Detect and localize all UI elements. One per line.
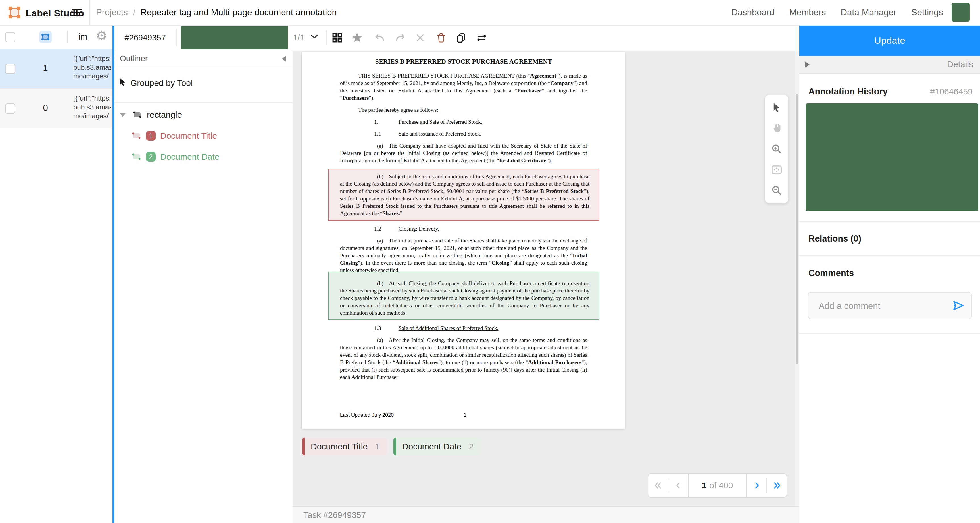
- chevron-down-icon[interactable]: [311, 34, 318, 40]
- grid-view-button[interactable]: [330, 31, 344, 45]
- task-id-tab[interactable]: #26949357: [114, 25, 176, 50]
- annotations-column-icon[interactable]: [39, 31, 52, 43]
- nav-data-manager[interactable]: Data Manager: [841, 7, 896, 18]
- task-pagination: 1 of 400: [648, 473, 787, 498]
- top-nav: Dashboard Members Data Manager Settings: [732, 0, 943, 25]
- document-heading: 1.Purchase and Sale of Preferred Stock.: [340, 118, 587, 126]
- document-heading: 1.1Sale and Issuance of Preferred Stock.: [340, 130, 587, 137]
- top-bar: Label Studio Projects / Repeater tag and…: [0, 0, 980, 26]
- labels-bar: Document Title 1 Document Date 2: [302, 438, 481, 455]
- annotation-workspace: SERIES B PREFERRED STOCK PURCHASE AGREEM…: [293, 51, 795, 506]
- label-chip-text: Document Date: [402, 442, 461, 451]
- first-page-button[interactable]: [651, 477, 666, 494]
- comments-title: Comments: [808, 268, 854, 278]
- label-studio-logo-icon[interactable]: [8, 6, 21, 20]
- document-paragraph: THIS SERIES B PREFERRED STOCK PURCHASE A…: [340, 72, 587, 102]
- fit-to-screen-tool-icon[interactable]: [768, 162, 784, 178]
- region-rect-icon: [132, 153, 141, 161]
- annotation-id: #10646459: [930, 87, 973, 96]
- document-page-number: 1: [464, 412, 466, 418]
- task-row[interactable]: 1 [{"url":"https: pub.s3.amaz mo/images/: [0, 49, 113, 89]
- region-label: Document Title: [160, 131, 217, 141]
- rectangle-tool-icon: [133, 111, 142, 119]
- label-chip-document-date[interactable]: Document Date 2: [393, 438, 481, 455]
- settings-swap-icon-button[interactable]: [474, 31, 488, 45]
- relations-title: Relations (0): [808, 234, 861, 244]
- task-id-cell: 0: [39, 103, 52, 113]
- task-row[interactable]: 0 [{"url":"https: pub.s3.amaz mo/images/: [0, 89, 113, 129]
- select-all-checkbox[interactable]: [5, 32, 15, 42]
- annotation-history-redacted-block: [806, 104, 978, 211]
- collapse-left-icon[interactable]: [282, 56, 286, 62]
- breadcrumb-project-title: Repeater tag and Multi-page document ann…: [141, 7, 337, 18]
- hamburger-menu-icon[interactable]: [72, 7, 83, 18]
- details-panel: Update Details Annotation History #10646…: [799, 25, 980, 523]
- prev-page-button[interactable]: [671, 477, 686, 494]
- task-data-preview: [{"url":"https: pub.s3.amaz mo/images/: [73, 94, 111, 123]
- update-button[interactable]: Update: [799, 25, 980, 56]
- document-heading: 1.3Sale of Additional Shares of Preferre…: [340, 325, 587, 332]
- last-page-button[interactable]: [769, 477, 784, 494]
- details-collapse-bar[interactable]: Details: [799, 56, 980, 74]
- task-checkbox[interactable]: [5, 64, 15, 74]
- annotation-toolbar: #26949357 1/1: [114, 25, 799, 51]
- duplicate-annotation-button[interactable]: [454, 31, 468, 45]
- toolbar-divider: [326, 30, 327, 45]
- user-avatar[interactable]: [951, 3, 970, 22]
- annotation-history-title: Annotation History: [808, 86, 888, 97]
- task-checkbox[interactable]: [5, 104, 15, 114]
- nav-members[interactable]: Members: [789, 7, 826, 18]
- document-footer: Last Updated July 2020 1: [340, 412, 587, 421]
- outliner-title: Outliner: [120, 54, 148, 63]
- scrollbar-thumb[interactable]: [795, 94, 799, 364]
- outliner-header: Outliner: [114, 51, 293, 67]
- label-chip-document-title[interactable]: Document Title 1: [302, 438, 387, 455]
- select-tool-cursor-icon[interactable]: [768, 99, 784, 115]
- toolbar-divider: [176, 29, 177, 46]
- document-paragraph: (b) At each Closing, the Company shall d…: [340, 280, 589, 317]
- annotation-region-document-date[interactable]: (b) At each Closing, the Company shall d…: [328, 272, 599, 320]
- delete-annotation-trash-button[interactable]: [434, 31, 448, 45]
- topbar-divider: [89, 0, 90, 25]
- current-page: 1: [702, 481, 706, 490]
- grouped-by-tool-control[interactable]: Grouped by Tool: [119, 78, 193, 88]
- nav-settings[interactable]: Settings: [911, 7, 943, 18]
- zoom-out-tool-icon[interactable]: [768, 182, 784, 198]
- workspace-scrollbar: [795, 51, 799, 506]
- next-page-button[interactable]: [749, 477, 764, 494]
- panel-resize-handle[interactable]: [113, 25, 114, 523]
- annotator-selector-redacted-block: [181, 26, 288, 49]
- grouping-label: Grouped by Tool: [130, 78, 193, 88]
- undo-button[interactable]: [373, 31, 387, 45]
- zoom-in-tool-icon[interactable]: [768, 141, 784, 157]
- document-page[interactable]: SERIES B PREFERRED STOCK PURCHASE AGREEM…: [302, 52, 625, 429]
- column-divider: [67, 31, 68, 43]
- reset-button[interactable]: [413, 31, 427, 45]
- update-button-label: Update: [874, 35, 905, 46]
- comment-input-box: [808, 292, 972, 319]
- tool-group-row-rectangle[interactable]: rectangle: [114, 106, 293, 123]
- pan-tool-hand-icon[interactable]: [768, 120, 784, 136]
- region-item-document-title[interactable]: 1 Document Title: [132, 128, 293, 144]
- region-item-document-date[interactable]: 2 Document Date: [132, 148, 293, 166]
- column-header-image[interactable]: im: [78, 32, 88, 41]
- column-settings-gear-icon[interactable]: ⚙: [96, 29, 107, 42]
- task-id-cell: 1: [39, 63, 52, 73]
- comment-input[interactable]: [818, 293, 944, 319]
- send-comment-icon[interactable]: [953, 300, 964, 312]
- regions-tree: rectangle 1 Document Title: [114, 102, 293, 166]
- document-heading: 1.2Closing; Delivery.: [340, 225, 587, 233]
- annotation-region-document-title[interactable]: (b) Subject to the terms and conditions …: [328, 169, 599, 220]
- label-studio-app: Label Studio Projects / Repeater tag and…: [0, 0, 980, 523]
- outliner-panel: Outliner Grouped by Tool rectang: [114, 51, 293, 523]
- ground-truth-star-button[interactable]: [350, 31, 364, 45]
- breadcrumb-projects[interactable]: Projects: [96, 7, 128, 18]
- document-paragraph: (a) The Company shall have adopted and f…: [340, 142, 587, 164]
- redo-button[interactable]: [393, 31, 407, 45]
- tree-expand-icon[interactable]: [119, 113, 126, 117]
- region-label: Document Date: [160, 152, 219, 162]
- nav-dashboard[interactable]: Dashboard: [732, 7, 775, 18]
- page-counter[interactable]: 1 of 400: [688, 474, 747, 497]
- details-label: Details: [947, 59, 973, 69]
- section-divider: [799, 333, 980, 334]
